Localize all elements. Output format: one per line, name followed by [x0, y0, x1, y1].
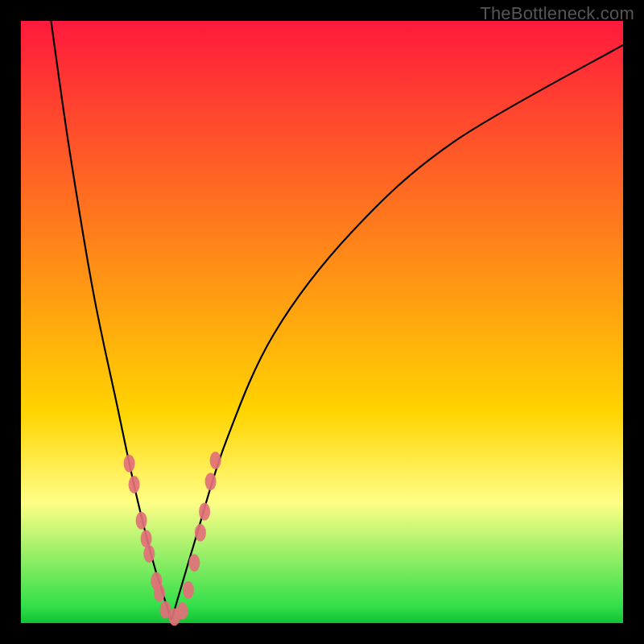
chart-plot-area	[21, 21, 623, 623]
watermark-label: TheBottleneck.com	[480, 3, 634, 24]
chart-frame: TheBottleneck.com	[0, 0, 644, 644]
